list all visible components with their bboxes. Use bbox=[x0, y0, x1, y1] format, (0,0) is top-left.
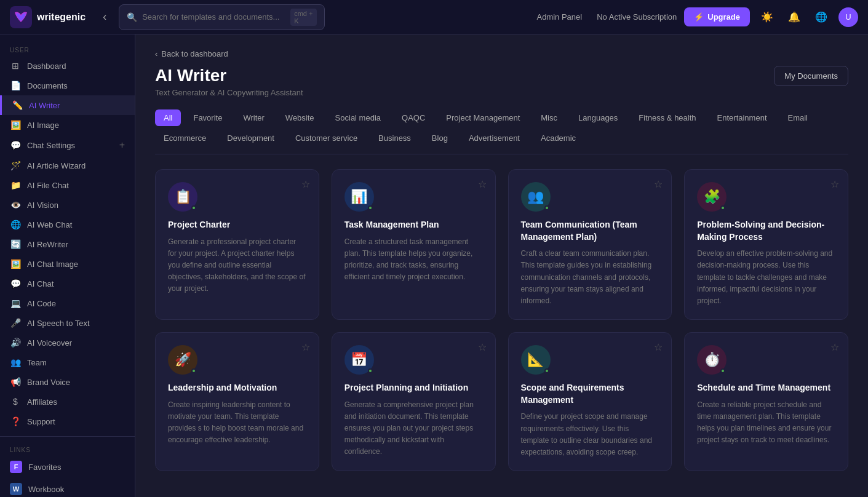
card-icon-project-planning: 📅 bbox=[344, 345, 374, 375]
sidebar-item-ai-rewriter[interactable]: 🔄 AI ReWriter bbox=[0, 234, 135, 254]
my-documents-button[interactable]: My Documents bbox=[774, 66, 848, 86]
search-icon: 🔍 bbox=[127, 12, 137, 22]
sidebar-item-ai-image[interactable]: 🖼️ AI Image bbox=[0, 115, 135, 135]
upgrade-button[interactable]: ⚡ Upgrade bbox=[684, 7, 750, 26]
card-desc-team-communication: Craft a clear team communication plan. T… bbox=[521, 248, 659, 307]
card-icon-schedule-time: ⏱️ bbox=[697, 345, 727, 375]
filter-tab-advertisement[interactable]: Advertisement bbox=[460, 130, 528, 146]
sidebar-item-dashboard[interactable]: ⊞ Dashboard bbox=[0, 56, 135, 76]
sidebar-item-ai-writer[interactable]: ✏️ AI Writer bbox=[0, 95, 135, 115]
logo: writegenic bbox=[10, 6, 86, 28]
documents-icon: 📄 bbox=[10, 81, 21, 90]
sidebar-item-documents[interactable]: 📄 Documents bbox=[0, 76, 135, 95]
card-schedule-time[interactable]: ☆ ⏱️ Schedule and Time Management Create… bbox=[684, 332, 848, 471]
sidebar-item-ai-vision[interactable]: 👁️ AI Vision bbox=[0, 195, 135, 215]
affiliates-icon: $ bbox=[10, 397, 21, 407]
sidebar-item-affiliates[interactable]: $ Affiliates bbox=[0, 392, 135, 412]
card-icon-scope-requirements: 📐 bbox=[521, 345, 551, 375]
card-task-management-plan[interactable]: ☆ 📊 Task Management Plan Create a struct… bbox=[332, 169, 496, 320]
sidebar-item-support[interactable]: ❓ Support bbox=[0, 412, 135, 431]
sidebar-item-brand-voice[interactable]: 📢 Brand Voice bbox=[0, 372, 135, 392]
filter-tab-writer[interactable]: Writer bbox=[234, 109, 273, 126]
card-leadership-motivation[interactable]: ☆ 🚀 Leadership and Motivation Create ins… bbox=[155, 332, 319, 471]
upgrade-icon: ⚡ bbox=[694, 12, 704, 22]
filter-tab-business[interactable]: Business bbox=[370, 130, 420, 146]
cards-grid: ☆ 📋 Project Charter Generate a professio… bbox=[155, 169, 848, 471]
bookmark-schedule-time[interactable]: ☆ bbox=[830, 341, 839, 353]
bookmark-project-planning[interactable]: ☆ bbox=[478, 341, 487, 353]
filter-tab-all[interactable]: All bbox=[155, 109, 181, 126]
sidebar-item-ai-speech[interactable]: 🎤 AI Speech to Text bbox=[0, 313, 135, 333]
card-problem-solving[interactable]: ☆ 🧩 Problem-Solving and Decision-Making … bbox=[684, 169, 848, 320]
filter-tab-academic[interactable]: Academic bbox=[532, 130, 584, 146]
search-shortcut: cmd + K bbox=[290, 9, 317, 26]
card-project-charter[interactable]: ☆ 📋 Project Charter Generate a professio… bbox=[155, 169, 319, 320]
bookmark-team-communication[interactable]: ☆ bbox=[654, 178, 663, 190]
sidebar-item-team[interactable]: 👥 Team bbox=[0, 352, 135, 372]
sidebar-item-ai-article-wizard[interactable]: 🪄 AI Article Wizard bbox=[0, 156, 135, 175]
sidebar-item-ai-file-chat[interactable]: 📁 AI File Chat bbox=[0, 175, 135, 195]
filter-tab-misc[interactable]: Misc bbox=[532, 109, 566, 126]
sidebar-toggle-button[interactable]: ‹ bbox=[98, 8, 111, 26]
language-button[interactable]: 🌐 bbox=[811, 7, 831, 26]
ai-web-chat-icon: 🌐 bbox=[10, 220, 21, 229]
links-section-label: LINKS bbox=[0, 442, 135, 456]
sidebar-item-chat-settings[interactable]: 💬 Chat Settings + bbox=[0, 135, 135, 156]
sidebar-item-ai-code[interactable]: 💻 AI Code bbox=[0, 293, 135, 313]
main-content: ‹ Back to dashboard AI Writer Text Gener… bbox=[135, 34, 868, 497]
subscription-status: No Active Subscription bbox=[597, 12, 677, 22]
sidebar-item-favorites[interactable]: F Favorites bbox=[0, 456, 135, 478]
filter-tab-project-management[interactable]: Project Management bbox=[437, 109, 528, 126]
ai-speech-icon: 🎤 bbox=[10, 318, 21, 328]
filter-tab-development[interactable]: Development bbox=[218, 130, 283, 146]
back-to-dashboard-link[interactable]: ‹ Back to dashboard bbox=[155, 49, 848, 58]
card-title-leadership-motivation: Leadership and Motivation bbox=[168, 382, 306, 394]
filter-tab-customer-service[interactable]: Customer service bbox=[287, 130, 366, 146]
card-project-planning[interactable]: ☆ 📅 Project Planning and Initiation Gene… bbox=[332, 332, 496, 471]
theme-toggle-button[interactable]: ☀️ bbox=[757, 7, 777, 26]
filter-tab-entertainment[interactable]: Entertainment bbox=[709, 109, 776, 126]
card-title-team-communication: Team Communication (Team Management Plan… bbox=[521, 219, 659, 243]
bookmark-task-management-plan[interactable]: ☆ bbox=[478, 178, 487, 190]
ai-article-wizard-icon: 🪄 bbox=[10, 161, 21, 170]
card-desc-schedule-time: Create a reliable project schedule and t… bbox=[697, 399, 835, 447]
bookmark-leadership-motivation[interactable]: ☆ bbox=[301, 341, 310, 353]
card-icon-team-communication: 👥 bbox=[521, 182, 551, 212]
ai-voiceover-icon: 🔊 bbox=[10, 338, 21, 348]
bookmark-problem-solving[interactable]: ☆ bbox=[830, 178, 839, 190]
search-box: 🔍 cmd + K bbox=[119, 4, 325, 30]
ai-code-icon: 💻 bbox=[10, 298, 21, 308]
card-icon-leadership-motivation: 🚀 bbox=[168, 345, 197, 375]
card-team-communication[interactable]: ☆ 👥 Team Communication (Team Management … bbox=[508, 169, 672, 320]
filter-tab-languages[interactable]: Languages bbox=[570, 109, 626, 126]
bookmark-project-charter[interactable]: ☆ bbox=[301, 178, 310, 190]
admin-panel-button[interactable]: Admin Panel bbox=[529, 9, 589, 25]
ai-chat-image-icon: 🖼️ bbox=[10, 259, 21, 269]
chat-settings-add-button[interactable]: + bbox=[119, 140, 125, 151]
filter-tab-website[interactable]: Website bbox=[277, 109, 323, 126]
card-scope-requirements[interactable]: ☆ 📐 Scope and Requirements Management De… bbox=[508, 332, 672, 471]
filter-tab-social-media[interactable]: Social media bbox=[327, 109, 389, 126]
filter-tab-email[interactable]: Email bbox=[779, 109, 817, 126]
sidebar-item-ai-web-chat[interactable]: 🌐 AI Web Chat bbox=[0, 215, 135, 234]
bookmark-scope-requirements[interactable]: ☆ bbox=[654, 341, 663, 353]
search-input[interactable] bbox=[142, 12, 285, 22]
sidebar-item-workbook[interactable]: W Workbook bbox=[0, 478, 135, 497]
sidebar-item-ai-voiceover[interactable]: 🔊 AI Voiceover bbox=[0, 333, 135, 352]
sidebar-divider bbox=[0, 436, 135, 437]
filter-tab-fitness-health[interactable]: Fitness & health bbox=[630, 109, 704, 126]
filter-tab-ecommerce[interactable]: Ecommerce bbox=[155, 130, 215, 146]
sidebar-item-ai-chat-image[interactable]: 🖼️ AI Chat Image bbox=[0, 254, 135, 274]
card-title-task-management-plan: Task Management Plan bbox=[344, 219, 483, 231]
card-title-schedule-time: Schedule and Time Management bbox=[697, 382, 835, 394]
sidebar-item-ai-chat[interactable]: 💬 AI Chat bbox=[0, 274, 135, 293]
filter-tab-qaqc[interactable]: QAQC bbox=[393, 109, 434, 126]
filter-tab-blog[interactable]: Blog bbox=[423, 130, 456, 146]
ai-vision-icon: 👁️ bbox=[10, 200, 21, 210]
team-icon: 👥 bbox=[10, 357, 21, 367]
avatar[interactable]: U bbox=[838, 7, 858, 27]
filter-tab-favorite[interactable]: Favorite bbox=[185, 109, 231, 126]
card-title-scope-requirements: Scope and Requirements Management bbox=[521, 382, 659, 406]
card-icon-task-management-plan: 📊 bbox=[344, 182, 374, 212]
notifications-button[interactable]: 🔔 bbox=[784, 7, 804, 26]
